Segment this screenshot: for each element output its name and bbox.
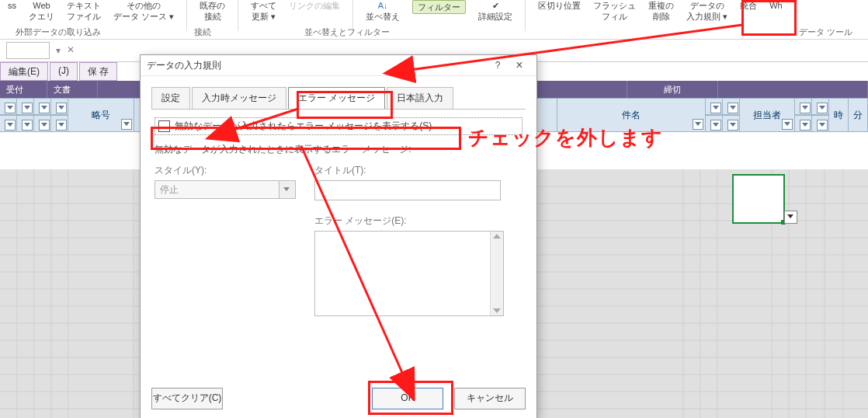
filter-drop-icon[interactable] xyxy=(39,103,50,113)
namebox-dropdown-icon[interactable]: ▾ xyxy=(56,45,61,56)
filter-drop-icon[interactable] xyxy=(22,103,33,113)
col-kenmei: 件名 xyxy=(622,109,641,122)
section-deadline: 締切 xyxy=(627,81,718,98)
style-value: 停止 xyxy=(155,181,279,198)
dialog-help-button[interactable]: ? xyxy=(487,60,509,71)
tab-ime[interactable]: 日本語入力 xyxy=(387,87,453,109)
tab-error-message[interactable]: エラー メッセージ xyxy=(288,87,385,109)
rib-refresh-all[interactable]: すべて更新 ▾ xyxy=(248,0,279,22)
rib-data-validation[interactable]: データの入力規則 ▾ xyxy=(683,0,731,22)
title-label: タイトル(T): xyxy=(314,164,504,177)
message-label: エラー メッセージ(E): xyxy=(314,214,504,228)
dialog-close-button[interactable]: × xyxy=(509,58,530,72)
combo-dropdown-icon[interactable] xyxy=(279,181,295,198)
rib-edit-links: リンクの編集 xyxy=(286,0,343,11)
rib-consolidate[interactable]: 統合 xyxy=(737,0,760,11)
filter-drop-icon[interactable] xyxy=(727,103,738,113)
style-label: スタイル(Y): xyxy=(155,164,296,177)
col-ryakugo: 略号 xyxy=(92,109,110,122)
dialog-title: データの入力規則 xyxy=(147,59,221,72)
validation-dropdown-icon[interactable] xyxy=(784,211,797,224)
rib-filter[interactable]: フィルター xyxy=(409,0,469,14)
clear-all-button[interactable]: すべてクリア(C) xyxy=(151,388,223,409)
title-input[interactable] xyxy=(314,180,501,200)
tab-settings[interactable]: 設定 xyxy=(151,87,190,109)
filter-drop-icon[interactable] xyxy=(710,120,721,131)
filter-drop-icon[interactable] xyxy=(800,103,811,113)
filter-drop-icon[interactable] xyxy=(56,103,67,113)
rib-web-query[interactable]: Webクエリ xyxy=(26,0,57,22)
section-label: 無効なデータが入力されたときに表示するエラー メッセージ: xyxy=(155,143,523,156)
filter-drop-icon[interactable] xyxy=(56,120,67,131)
tb-save[interactable]: 保 存 xyxy=(79,62,117,81)
ribbon-group-labels: 外部データの取り込み 接続 並べ替えとフィルター データ ツール xyxy=(0,25,868,39)
name-box[interactable] xyxy=(6,42,50,59)
cancel-button[interactable]: キャンセル xyxy=(454,388,526,409)
filter-drop-icon[interactable] xyxy=(22,120,33,131)
tb-edit[interactable]: 編集(E) xyxy=(0,62,48,81)
section-uketuke: 受付 xyxy=(0,81,47,98)
rib-remove-dup[interactable]: 重複の削除 xyxy=(645,0,677,22)
col-hour: 時 xyxy=(834,109,843,122)
filter-drop-icon[interactable] xyxy=(5,120,16,131)
filter-drop-icon[interactable] xyxy=(5,103,16,113)
tab-input-message[interactable]: 入力時メッセージ xyxy=(192,87,286,109)
scrollbar[interactable] xyxy=(490,232,503,315)
style-combo[interactable]: 停止 xyxy=(155,180,296,199)
show-error-checkbox[interactable] xyxy=(158,120,170,132)
filter-drop-icon[interactable] xyxy=(121,119,132,130)
filter-drop-icon[interactable] xyxy=(782,119,793,130)
data-validation-dialog: データの入力規則 ? × 設定 入力時メッセージ エラー メッセージ 日本語入力… xyxy=(140,54,537,418)
ok-button[interactable]: OK xyxy=(372,388,443,409)
section-bunsho: 文書 xyxy=(47,81,98,98)
filter-drop-icon[interactable] xyxy=(693,119,703,130)
active-cell[interactable] xyxy=(732,174,785,224)
filter-drop-icon[interactable] xyxy=(800,120,811,131)
tb-j[interactable]: (J) xyxy=(50,62,78,81)
show-error-checkbox-label: 無効なデータが入力されたらエラー メッセージを表示する(S) xyxy=(175,120,432,133)
filter-drop-icon[interactable] xyxy=(817,120,828,131)
rib-access[interactable]: ss xyxy=(5,0,19,11)
rib-existing-conn[interactable]: 既存の接続 xyxy=(196,0,228,22)
rib-sort[interactable]: A↓並べ替え xyxy=(363,0,403,22)
rib-other-sources[interactable]: その他のデータ ソース ▾ xyxy=(110,0,177,22)
rib-flash-fill[interactable]: フラッシュフィル xyxy=(590,0,639,22)
rib-text-to-cols[interactable]: 区切り位置 xyxy=(535,0,584,11)
filter-drop-icon[interactable] xyxy=(727,120,738,131)
rib-text-file[interactable]: テキストファイル xyxy=(64,0,104,22)
ribbon: ss Webクエリ テキストファイル その他のデータ ソース ▾ 既存の接続 す… xyxy=(0,0,868,25)
cancel-icon[interactable]: ✕ xyxy=(67,44,79,57)
filter-drop-icon[interactable] xyxy=(817,103,828,113)
filter-drop-icon[interactable] xyxy=(710,103,721,113)
rib-whatif[interactable]: Wh xyxy=(766,0,786,11)
filter-drop-icon[interactable] xyxy=(39,120,50,131)
message-textarea[interactable] xyxy=(314,231,504,316)
col-tantou: 担当者 xyxy=(753,109,781,122)
col-min: 分 xyxy=(853,109,863,122)
rib-advanced[interactable]: ✔詳細設定 xyxy=(475,0,516,22)
